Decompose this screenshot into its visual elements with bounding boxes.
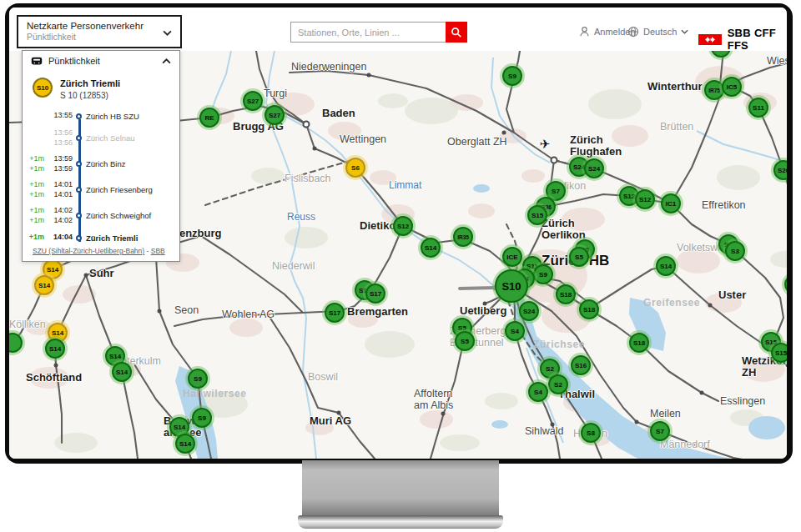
map-place-label: Winterthur [647,81,703,93]
map-line-badge[interactable]: S9 [502,66,522,86]
map-line-badge[interactable]: S14 [656,256,676,276]
map-place-label: Baden [322,108,355,119]
map-line-badge[interactable]: S5 [455,331,475,351]
map-line-badge[interactable]: S6 [345,158,365,178]
map-line-badge[interactable]: S4 [505,321,525,341]
panel-header: Pünktlichkeit [23,51,179,71]
map-line-badge[interactable]: S12 [635,189,655,209]
map-line-badge[interactable]: S14 [421,238,441,258]
stop-name[interactable]: Zürich Friesenberg [84,185,153,194]
station-marker [502,131,506,135]
route-name: Zürich Triemli [60,78,120,88]
map-line-badge[interactable]: S12 [393,216,413,236]
station-marker [367,73,371,78]
map-line-badge[interactable]: IC1 [661,193,681,213]
map-line-badge[interactable]: S5 [569,247,589,267]
map-line-badge[interactable]: S14 [34,275,54,295]
map-line-badge[interactable]: S18 [556,284,576,304]
map-place-label: Kölliken [9,319,46,331]
search-button[interactable] [446,22,467,43]
map-place-label: Wettingen [340,134,386,146]
map-place-label: Zürich Flughafen [570,134,622,158]
station-marker [303,121,310,128]
map-place-label: Bremgarten [347,306,408,318]
sbb-logo: SBB CFF FFS [698,27,787,52]
stop-delay: +1m+1m [26,180,44,199]
map-line-badge[interactable]: S27 [243,91,263,111]
layer-dropdown[interactable]: Netzkarte Personenverkehr Pünktlichkeit [17,15,182,48]
stop-row: 13:55Zürich HB SZU [26,109,176,123]
map-place-label: Muri AG [310,415,351,427]
map-line-badge[interactable]: S3 [725,241,745,261]
map-place-label: Schöftland [26,372,82,384]
map-line-badge[interactable]: S2 [548,374,568,394]
map-place-label: Hallwilersee [183,389,247,399]
operator-link[interactable]: SZU (Sihltal-Zürich-Uetliberg-Bahn) [33,247,144,255]
stop-name[interactable]: Zürich Selnau [84,133,135,143]
stop-name[interactable]: Zürich HB SZU [84,112,139,121]
stop-time: 14:0114:01 [47,180,73,199]
map-place-label: Reuss [287,212,315,223]
map-place-label: Volketswil [677,243,723,254]
panel-footer: SZU (Sihltal-Zürich-Uetliberg-Bahn) - SB… [33,247,165,255]
map-line-badge[interactable]: S24 [519,301,539,321]
monitor-stand-base [298,515,503,529]
map-line-badge[interactable]: IR75 [704,80,724,100]
map-place-label: Wiesendangen [767,56,787,68]
stop-time: 14:0214:02 [47,206,73,225]
map-place-label: Greifensee [643,298,700,309]
map-place-label: Uster [718,289,746,301]
stop-delay: +1m+1m [26,206,44,225]
map-place-label: Wohlen AG [222,309,275,321]
map-line-badge[interactable]: IR35 [453,227,473,247]
map-line-badge[interactable]: S14 [45,339,65,359]
search-bar [290,22,467,43]
map-place-label: Oberglatt ZH [447,137,507,148]
timeline-node [76,135,82,141]
map-line-badge[interactable]: S10 [495,269,528,303]
search-input[interactable] [290,22,446,43]
map-line-badge[interactable]: S14 [175,434,195,454]
map-line-badge[interactable]: RE [199,108,219,128]
map-line-badge[interactable]: S18 [579,299,599,319]
map-line-badge[interactable]: S9 [192,408,212,428]
map-line-badge[interactable]: S18 [629,333,649,353]
station-marker [551,157,558,164]
map-line-badge[interactable]: S9 [533,264,553,284]
stop-name[interactable]: Zürich Schweighof [84,211,151,220]
station-marker [708,304,713,308]
map-line-badge[interactable]: S8 [581,423,601,443]
map-line-badge[interactable]: S17 [365,284,385,304]
screen: NiederweningenTurgiBadenBrugg AGWettinge… [9,8,787,459]
map-line-badge[interactable]: S15 [527,205,547,225]
stop-time: 13:5913:59 [47,154,73,173]
chevron-up-icon[interactable] [162,58,171,64]
map-line-badge[interactable]: S17 [325,303,345,323]
panel-title: Pünktlichkeit [48,56,100,66]
stop-time: 13:55 [47,111,73,121]
map-line-badge[interactable]: S14 [112,362,132,382]
map-line-badge[interactable]: S7 [650,421,670,441]
timeline-node [76,161,82,167]
map-line-badge[interactable]: S11 [748,98,768,118]
sbb-link[interactable]: SBB [151,247,165,255]
stop-name[interactable]: Zürich Triemli [84,233,138,243]
stop-name[interactable]: Zürich Binz [84,159,126,168]
map-place-label: Männedorf [660,439,710,451]
language-control[interactable]: Deutsch [627,26,688,38]
map-place-label: Suhr [89,268,114,279]
map-line-badge[interactable]: IC5 [722,77,742,97]
map-line-badge[interactable]: S24 [584,158,604,178]
map-line-badge[interactable]: S9 [188,369,208,389]
map-line-badge[interactable]: S16 [571,355,591,375]
map-place-label: Boswil [308,372,338,384]
map-place-label: Niederwil [272,261,315,273]
map-line-badge[interactable]: S27 [264,105,285,125]
stop-row: +1m+1m14:0214:02Zürich Schweighof [26,205,176,226]
map-line-badge[interactable]: S15 [771,343,787,363]
map-line-badge[interactable]: ICE [502,247,522,267]
monitor-bezel: NiederweningenTurgiBadenBrugg AGWettinge… [5,3,793,464]
map-line-badge[interactable]: S4 [528,382,548,402]
user-icon [579,26,590,38]
search-icon [451,27,462,38]
